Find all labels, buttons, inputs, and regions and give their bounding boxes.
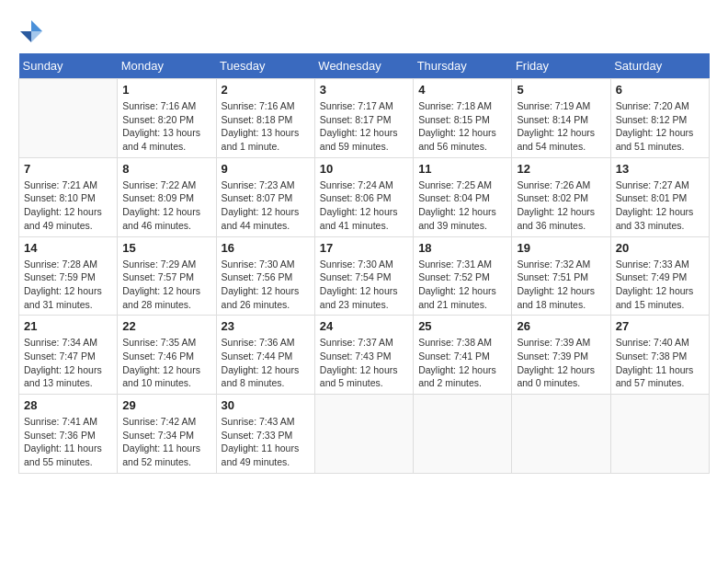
calendar-cell (610, 395, 709, 474)
day-info: Sunrise: 7:34 AM Sunset: 7:47 PM Dayligh… (24, 336, 112, 390)
calendar-cell: 23Sunrise: 7:36 AM Sunset: 7:44 PM Dayli… (216, 316, 314, 395)
day-number: 4 (418, 83, 506, 97)
calendar-week-2: 7Sunrise: 7:21 AM Sunset: 8:10 PM Daylig… (19, 157, 710, 236)
day-info: Sunrise: 7:24 AM Sunset: 8:06 PM Dayligh… (320, 178, 408, 233)
day-number: 20 (616, 241, 704, 255)
day-info: Sunrise: 7:35 AM Sunset: 7:46 PM Dayligh… (122, 336, 210, 390)
svg-marker-0 (31, 20, 42, 31)
calendar-cell: 26Sunrise: 7:39 AM Sunset: 7:39 PM Dayli… (512, 316, 610, 395)
day-number: 21 (24, 319, 112, 333)
calendar-week-3: 14Sunrise: 7:28 AM Sunset: 7:59 PM Dayli… (19, 236, 710, 316)
day-number: 9 (222, 162, 310, 176)
day-info: Sunrise: 7:18 AM Sunset: 8:15 PM Dayligh… (418, 99, 506, 154)
svg-marker-2 (31, 31, 42, 42)
day-info: Sunrise: 7:32 AM Sunset: 7:51 PM Dayligh… (517, 258, 605, 312)
day-number: 16 (222, 241, 310, 255)
day-info: Sunrise: 7:27 AM Sunset: 8:01 PM Dayligh… (616, 178, 704, 233)
day-number: 15 (122, 241, 210, 255)
calendar-cell: 15Sunrise: 7:29 AM Sunset: 7:57 PM Dayli… (118, 236, 216, 316)
calendar-cell: 11Sunrise: 7:25 AM Sunset: 8:04 PM Dayli… (414, 157, 512, 236)
day-number: 26 (517, 319, 605, 333)
day-number: 18 (418, 241, 506, 255)
day-info: Sunrise: 7:17 AM Sunset: 8:17 PM Dayligh… (320, 99, 408, 154)
day-number: 11 (418, 162, 506, 176)
day-number: 25 (418, 319, 506, 333)
weekday-header-thursday: Thursday (414, 53, 512, 79)
day-info: Sunrise: 7:38 AM Sunset: 7:41 PM Dayligh… (418, 336, 506, 390)
calendar-cell (314, 395, 413, 474)
calendar-cell: 21Sunrise: 7:34 AM Sunset: 7:47 PM Dayli… (19, 316, 118, 395)
calendar-cell: 7Sunrise: 7:21 AM Sunset: 8:10 PM Daylig… (19, 157, 118, 236)
weekday-header-saturday: Saturday (610, 53, 709, 79)
calendar-cell (414, 395, 512, 474)
calendar-cell: 27Sunrise: 7:40 AM Sunset: 7:38 PM Dayli… (610, 316, 709, 395)
day-number: 12 (517, 162, 605, 176)
calendar-cell: 24Sunrise: 7:37 AM Sunset: 7:43 PM Dayli… (314, 316, 413, 395)
calendar-cell: 5Sunrise: 7:19 AM Sunset: 8:14 PM Daylig… (512, 79, 610, 158)
day-number: 10 (320, 162, 408, 176)
day-info: Sunrise: 7:43 AM Sunset: 7:33 PM Dayligh… (222, 415, 310, 469)
day-info: Sunrise: 7:25 AM Sunset: 8:04 PM Dayligh… (418, 178, 506, 233)
calendar-cell: 10Sunrise: 7:24 AM Sunset: 8:06 PM Dayli… (314, 157, 413, 236)
calendar-cell: 3Sunrise: 7:17 AM Sunset: 8:17 PM Daylig… (314, 79, 413, 158)
calendar-cell: 12Sunrise: 7:26 AM Sunset: 8:02 PM Dayli… (512, 157, 610, 236)
calendar-cell: 20Sunrise: 7:33 AM Sunset: 7:49 PM Dayli… (610, 236, 709, 316)
day-info: Sunrise: 7:37 AM Sunset: 7:43 PM Dayligh… (320, 336, 408, 390)
calendar-week-5: 28Sunrise: 7:41 AM Sunset: 7:36 PM Dayli… (19, 395, 710, 474)
day-info: Sunrise: 7:28 AM Sunset: 7:59 PM Dayligh… (24, 258, 112, 312)
day-info: Sunrise: 7:41 AM Sunset: 7:36 PM Dayligh… (24, 415, 112, 469)
weekday-header-friday: Friday (512, 53, 610, 79)
weekday-header-wednesday: Wednesday (314, 53, 413, 79)
day-info: Sunrise: 7:21 AM Sunset: 8:10 PM Dayligh… (24, 178, 112, 233)
calendar-week-4: 21Sunrise: 7:34 AM Sunset: 7:47 PM Dayli… (19, 316, 710, 395)
day-number: 8 (122, 162, 210, 176)
day-info: Sunrise: 7:22 AM Sunset: 8:09 PM Dayligh… (122, 178, 210, 233)
weekday-header-sunday: Sunday (19, 53, 118, 79)
calendar-cell: 30Sunrise: 7:43 AM Sunset: 7:33 PM Dayli… (216, 395, 314, 474)
day-info: Sunrise: 7:16 AM Sunset: 8:18 PM Dayligh… (222, 99, 310, 154)
day-number: 23 (222, 319, 310, 333)
day-number: 19 (517, 241, 605, 255)
calendar-cell: 16Sunrise: 7:30 AM Sunset: 7:56 PM Dayli… (216, 236, 314, 316)
logo-icon (18, 18, 44, 44)
calendar-header-row: SundayMondayTuesdayWednesdayThursdayFrid… (19, 53, 710, 79)
calendar-cell: 4Sunrise: 7:18 AM Sunset: 8:15 PM Daylig… (414, 79, 512, 158)
day-number: 22 (122, 319, 210, 333)
day-info: Sunrise: 7:39 AM Sunset: 7:39 PM Dayligh… (517, 336, 605, 390)
day-info: Sunrise: 7:36 AM Sunset: 7:44 PM Dayligh… (222, 336, 310, 390)
day-number: 6 (616, 83, 704, 97)
calendar-cell: 13Sunrise: 7:27 AM Sunset: 8:01 PM Dayli… (610, 157, 709, 236)
day-info: Sunrise: 7:40 AM Sunset: 7:38 PM Dayligh… (616, 336, 704, 390)
day-info: Sunrise: 7:26 AM Sunset: 8:02 PM Dayligh… (517, 178, 605, 233)
day-info: Sunrise: 7:30 AM Sunset: 7:56 PM Dayligh… (222, 258, 310, 312)
day-info: Sunrise: 7:19 AM Sunset: 8:14 PM Dayligh… (517, 99, 605, 154)
calendar-cell: 18Sunrise: 7:31 AM Sunset: 7:52 PM Dayli… (414, 236, 512, 316)
calendar-cell: 19Sunrise: 7:32 AM Sunset: 7:51 PM Dayli… (512, 236, 610, 316)
day-number: 29 (122, 398, 210, 412)
day-info: Sunrise: 7:20 AM Sunset: 8:12 PM Dayligh… (616, 99, 704, 154)
day-number: 14 (24, 241, 112, 255)
calendar-cell: 2Sunrise: 7:16 AM Sunset: 8:18 PM Daylig… (216, 79, 314, 158)
day-number: 27 (616, 319, 704, 333)
day-info: Sunrise: 7:42 AM Sunset: 7:34 PM Dayligh… (122, 415, 210, 469)
calendar-cell: 29Sunrise: 7:42 AM Sunset: 7:34 PM Dayli… (118, 395, 216, 474)
calendar-cell: 25Sunrise: 7:38 AM Sunset: 7:41 PM Dayli… (414, 316, 512, 395)
logo (18, 18, 48, 44)
calendar-cell: 22Sunrise: 7:35 AM Sunset: 7:46 PM Dayli… (118, 316, 216, 395)
day-info: Sunrise: 7:29 AM Sunset: 7:57 PM Dayligh… (122, 258, 210, 312)
calendar-cell: 1Sunrise: 7:16 AM Sunset: 8:20 PM Daylig… (118, 79, 216, 158)
svg-marker-1 (20, 31, 31, 42)
day-number: 1 (122, 83, 210, 97)
day-number: 3 (320, 83, 408, 97)
day-info: Sunrise: 7:16 AM Sunset: 8:20 PM Dayligh… (122, 99, 210, 154)
calendar-cell: 9Sunrise: 7:23 AM Sunset: 8:07 PM Daylig… (216, 157, 314, 236)
day-number: 24 (320, 319, 408, 333)
calendar-cell: 6Sunrise: 7:20 AM Sunset: 8:12 PM Daylig… (610, 79, 709, 158)
calendar-week-1: 1Sunrise: 7:16 AM Sunset: 8:20 PM Daylig… (19, 79, 710, 158)
day-info: Sunrise: 7:33 AM Sunset: 7:49 PM Dayligh… (616, 258, 704, 312)
day-info: Sunrise: 7:23 AM Sunset: 8:07 PM Dayligh… (222, 178, 310, 233)
day-info: Sunrise: 7:31 AM Sunset: 7:52 PM Dayligh… (418, 258, 506, 312)
day-info: Sunrise: 7:30 AM Sunset: 7:54 PM Dayligh… (320, 258, 408, 312)
day-number: 17 (320, 241, 408, 255)
calendar-cell: 28Sunrise: 7:41 AM Sunset: 7:36 PM Dayli… (19, 395, 118, 474)
